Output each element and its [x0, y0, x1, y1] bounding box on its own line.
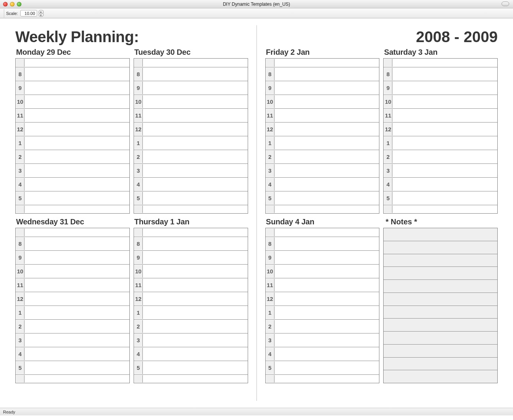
hour-endcap [266, 374, 379, 383]
hour-row: 5 [134, 361, 248, 374]
hour-label: 8 [16, 68, 25, 80]
hour-entry-area [25, 95, 129, 108]
hour-row: 9 [266, 250, 379, 264]
day-heading: Thursday 1 Jan [134, 217, 248, 226]
document-canvas[interactable]: Weekly Planning: Monday 29 Dec8910111212… [0, 18, 513, 408]
hour-entry-area [393, 178, 497, 191]
hour-row: 12 [16, 292, 129, 306]
hour-entry-area [393, 205, 497, 213]
hour-row: 1 [16, 136, 129, 150]
hour-label: 5 [134, 192, 143, 204]
hour-row: 10 [16, 95, 129, 108]
hour-label: 4 [134, 348, 143, 360]
hour-label [266, 206, 274, 213]
hour-label: 5 [16, 361, 25, 374]
hour-entry-area [275, 375, 379, 383]
hour-entry-area [25, 136, 129, 150]
hour-entry-area [393, 109, 497, 122]
hour-entry-area [143, 178, 248, 191]
hour-row: 8 [266, 237, 379, 250]
day-column: Friday 2 Jan8910111212345 [265, 46, 380, 214]
hour-label: 10 [266, 95, 274, 108]
notes-box [383, 228, 498, 383]
hour-entry-area [275, 191, 379, 205]
window-minimize-button[interactable] [10, 2, 15, 7]
status-text: Ready [3, 410, 15, 414]
notes-row [384, 293, 497, 306]
hour-entry-area [275, 278, 379, 292]
notes-row [384, 331, 497, 344]
hour-label [16, 206, 25, 213]
hour-entry-area [143, 164, 248, 177]
day-column: Thursday 1 Jan8910111212345 [134, 215, 248, 383]
hour-label [266, 229, 274, 236]
hour-entry-area [25, 228, 129, 237]
window-title: DIY Dynamic Templates (en_US) [0, 2, 513, 7]
day-column: Sunday 4 Jan8910111212345 [265, 215, 380, 383]
hour-entry-area [275, 136, 379, 150]
hour-entry-area [25, 333, 129, 347]
hour-entry-area [25, 164, 129, 177]
scale-input[interactable]: 10.00 [20, 10, 37, 16]
hour-label: 10 [266, 265, 274, 278]
hour-row: 2 [16, 319, 129, 333]
hour-entry-area [25, 67, 129, 81]
hour-label: 3 [384, 164, 392, 177]
hour-entry-area [25, 178, 129, 191]
hour-label: 5 [134, 361, 143, 374]
day-column: Tuesday 30 Dec8910111212345 [134, 46, 248, 214]
hour-label: 9 [384, 82, 392, 94]
hour-row: 11 [134, 278, 248, 292]
hour-entry-area [143, 109, 248, 122]
day-box: 8910111212345 [134, 228, 248, 383]
hour-label: 8 [266, 68, 274, 80]
hour-row: 10 [266, 264, 379, 278]
hour-endcap [266, 205, 379, 213]
hour-row: 11 [16, 108, 129, 122]
hour-label: 4 [16, 348, 25, 360]
hour-entry-area [275, 237, 379, 250]
page-title: Weekly Planning: [15, 28, 248, 46]
scale-label: Scale: [6, 11, 18, 16]
hour-entry-area [25, 278, 129, 292]
hour-row: 5 [384, 191, 497, 205]
hour-row: 4 [16, 347, 129, 361]
hour-entry-area [143, 278, 248, 292]
window-zoom-button[interactable] [17, 2, 21, 7]
toolbar-toggle-lozenge[interactable] [502, 2, 509, 6]
scale-step-up[interactable]: ▴ [39, 10, 44, 13]
hour-entry-area [275, 178, 379, 191]
hour-label: 11 [134, 109, 143, 122]
hour-row: 2 [16, 150, 129, 163]
hour-row: 11 [16, 278, 129, 292]
hour-label: 10 [134, 265, 143, 278]
hour-entry-area [25, 123, 129, 136]
day-box: 8910111212345 [383, 58, 498, 214]
hour-entry-area [393, 59, 497, 67]
hour-row: 1 [16, 306, 129, 319]
hour-entry-area [25, 306, 129, 319]
page-spread: Weekly Planning: Monday 29 Dec8910111212… [7, 25, 506, 401]
hour-label: 8 [266, 237, 274, 250]
hour-entry-area [393, 136, 497, 150]
hour-label: 5 [16, 192, 25, 204]
hour-entry-area [25, 320, 129, 333]
hour-label: 3 [134, 164, 143, 177]
hour-entry-area [275, 95, 379, 108]
hour-label [16, 375, 25, 382]
hour-endcap [16, 205, 129, 213]
hour-label: 4 [384, 178, 392, 191]
hour-entry-area [393, 191, 497, 205]
hour-label: 1 [16, 306, 25, 319]
hour-label [16, 59, 25, 67]
window-controls [3, 2, 21, 7]
hour-entry-area [275, 59, 379, 67]
left-days-grid: Monday 29 Dec8910111212345Tuesday 30 Dec… [15, 46, 248, 383]
hour-label: 3 [16, 164, 25, 177]
scale-step-down[interactable]: ▾ [39, 13, 44, 17]
hour-entry-area [25, 205, 129, 213]
hour-endcap [266, 59, 379, 67]
window-close-button[interactable] [3, 2, 8, 7]
hour-label: 1 [266, 137, 274, 149]
hour-entry-area [143, 251, 248, 264]
